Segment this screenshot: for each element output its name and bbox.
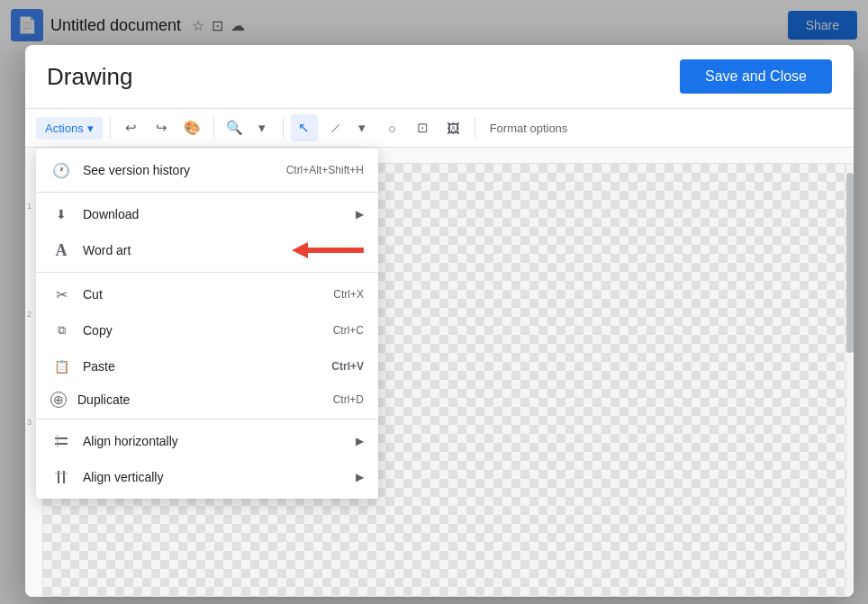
paint-format-icon: 🎨 [184,120,201,136]
download-arrow-icon: ▶ [356,208,364,221]
duplicate-shortcut: Ctrl+D [333,393,364,406]
ruler-left-1: 1 [27,202,32,211]
textbox-tool-button[interactable]: ⊡ [410,114,437,141]
cursor-icon: ↖ [298,120,310,136]
word-art-label: Word art [83,243,274,257]
format-options-label[interactable]: Format options [490,122,568,135]
menu-item-word-art[interactable]: A Word art [36,232,378,268]
menu-item-version-history[interactable]: 🕐 See version history Ctrl+Alt+Shift+H [36,152,378,188]
paste-icon: 📋 [50,356,72,377]
svg-rect-3 [57,435,59,447]
copy-shortcut: Ctrl+C [333,324,364,337]
align-vertically-icon [50,466,72,488]
ruler-left-3: 3 [27,418,32,427]
modal-title: Drawing [47,63,132,91]
line-chevron-icon: ▾ [358,120,366,136]
shape-tool-button[interactable]: ○ [379,114,406,141]
divider-1 [36,192,378,193]
undo-button[interactable]: ↩ [118,114,145,141]
zoom-group: 🔍 ▾ [222,114,276,141]
version-history-label: See version history [83,163,272,177]
line-icon: — [326,120,342,136]
textbox-icon: ⊡ [417,120,429,136]
cut-label: Cut [83,287,319,302]
image-icon: 🖼 [447,121,460,136]
menu-item-align-vertically[interactable]: Align vertically ▶ [36,459,378,495]
drawing-toolbar: Actions ▾ ↩ ↪ 🎨 🔍 ▾ ↖ [25,109,854,148]
menu-item-copy[interactable]: ⧉ Copy Ctrl+C [36,312,378,348]
image-tool-button[interactable]: 🖼 [440,114,467,141]
cut-shortcut: Ctrl+X [333,288,364,301]
line-dropdown-button[interactable]: ▾ [348,114,375,141]
canvas-scrollbar[interactable] [846,164,854,597]
actions-dropdown-menu: 🕐 See version history Ctrl+Alt+Shift+H ⬇… [36,149,378,499]
zoom-chevron-icon: ▾ [258,120,266,136]
duplicate-icon: ⊕ [50,392,67,408]
drawing-modal: Drawing Save and Close Actions ▾ ↩ ↪ 🎨 🔍 [25,45,854,597]
svg-marker-0 [292,242,364,258]
redo-button[interactable]: ↪ [149,114,176,141]
zoom-icon: 🔍 [226,120,243,136]
align-horizontally-arrow-icon: ▶ [356,435,364,447]
cut-icon: ✂ [50,284,72,305]
download-icon: ⬇ [50,203,72,225]
shape-icon: ○ [388,121,396,136]
select-tool-button[interactable]: ↖ [291,114,318,141]
word-art-icon: A [50,239,72,261]
divider-3 [36,419,378,419]
modal-header: Drawing Save and Close [25,45,854,109]
zoom-button[interactable]: 🔍 [222,114,249,141]
zoom-dropdown-button[interactable]: ▾ [249,114,276,141]
actions-chevron-icon: ▾ [87,122,94,135]
align-vertically-label: Align vertically [83,470,348,484]
redo-icon: ↪ [156,120,167,136]
menu-item-duplicate[interactable]: ⊕ Duplicate Ctrl+D [36,384,378,415]
actions-label: Actions [45,122,84,135]
version-history-icon: 🕐 [50,159,72,181]
align-vertically-arrow-icon: ▶ [356,471,364,483]
undo-icon: ↩ [125,120,137,136]
toolbar-separator-2 [213,117,214,139]
paste-shortcut: Ctrl+V [331,360,364,373]
line-tool-group: — ▾ [321,114,375,141]
save-close-button[interactable]: Save and Close [680,59,832,94]
toolbar-separator-4 [475,117,475,139]
toolbar-separator-3 [283,117,284,139]
menu-item-download[interactable]: ⬇ Download ▶ [36,196,378,232]
align-horizontally-label: Align horizontally [83,434,348,448]
svg-rect-6 [55,473,68,474]
copy-label: Copy [83,323,319,338]
divider-2 [36,272,378,273]
canvas-scrollbar-thumb[interactable] [846,173,854,353]
copy-icon: ⧉ [50,320,72,341]
line-tool-button[interactable]: — [321,114,348,141]
menu-item-cut[interactable]: ✂ Cut Ctrl+X [36,276,378,312]
version-history-shortcut: Ctrl+Alt+Shift+H [286,164,364,176]
align-horizontally-icon [50,430,72,452]
download-label: Download [83,207,348,221]
menu-item-paste[interactable]: 📋 Paste Ctrl+V [36,348,378,384]
red-arrow-indicator [292,240,364,260]
actions-button[interactable]: Actions ▾ [36,117,103,140]
toolbar-separator-1 [110,117,111,139]
paste-label: Paste [83,359,317,374]
ruler-left-2: 2 [27,310,32,319]
duplicate-label: Duplicate [77,392,319,407]
paint-format-button[interactable]: 🎨 [179,114,206,141]
menu-item-align-horizontally[interactable]: Align horizontally ▶ [36,423,378,459]
